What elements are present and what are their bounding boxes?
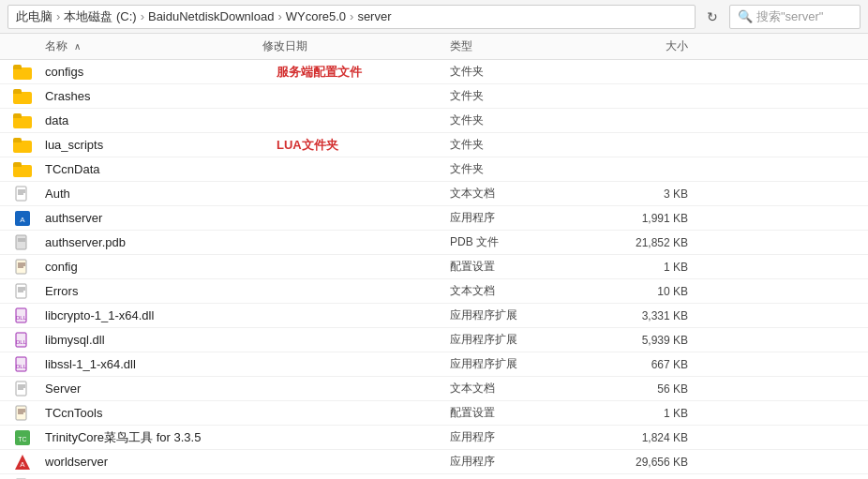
file-icon-cell: DLL: [0, 307, 45, 325]
file-icon-cell: [0, 282, 45, 301]
search-box[interactable]: 🔍 搜索"server": [729, 5, 861, 29]
file-icon-txt: [13, 185, 32, 203]
file-icon-cell: DLL: [0, 331, 45, 350]
file-icon-folder: [13, 63, 32, 82]
column-header: 名称 ∧ 修改日期 类型 大小: [0, 34, 868, 60]
table-row[interactable]: DLL libssl-1_1-x64.dll 应用程序扩展 667 KB: [0, 352, 868, 377]
table-row[interactable]: Errors 文本文档 10 KB: [0, 279, 868, 304]
file-icon-cell: [0, 160, 45, 179]
file-name: Errors: [45, 284, 262, 298]
file-icon-cell: [0, 87, 45, 106]
file-name: libcrypto-1_1-x64.dll: [45, 308, 262, 322]
svg-text:A: A: [20, 460, 25, 469]
annotation-label: LUA文件夹: [277, 137, 338, 154]
file-name: data: [45, 113, 262, 127]
file-size: 1 KB: [600, 261, 703, 274]
file-icon-cell: [0, 233, 45, 252]
file-type: 文件夹: [450, 161, 600, 177]
file-icon-exe-blue: A: [13, 209, 32, 228]
file-type: 文件夹: [450, 137, 600, 153]
table-row[interactable]: DLL libcrypto-1_1-x64.dll 应用程序扩展 3,331 K…: [0, 304, 868, 328]
file-icon-dll: DLL: [13, 331, 32, 350]
table-row[interactable]: config 配置设置 1 KB: [0, 255, 868, 279]
file-list-container: 名称 ∧ 修改日期 类型 大小 configs 文件夹 服务端配置文件: [0, 34, 868, 479]
file-icon-cell: [0, 63, 45, 82]
table-row[interactable]: Auth 文本文档 3 KB: [0, 182, 868, 206]
file-type: 文件夹: [450, 64, 600, 80]
file-name: TCcnTools: [45, 406, 262, 420]
refresh-button[interactable]: ↻: [699, 4, 726, 30]
table-row[interactable]: TCcnData 文件夹: [0, 157, 868, 182]
table-row[interactable]: A authserver 应用程序 1,991 KB: [0, 206, 868, 231]
file-icon-dll: DLL: [13, 307, 32, 325]
table-row[interactable]: configs 文件夹 服务端配置文件: [0, 60, 868, 84]
file-name: Crashes: [45, 89, 262, 103]
file-type: 文本文档: [450, 283, 600, 299]
file-icon-pdb: [13, 233, 32, 252]
table-row[interactable]: worldserver.pdb PDB 文件 237,364 KB: [0, 474, 868, 479]
file-icon-cell: [0, 112, 45, 130]
file-type: 应用程序扩展: [450, 332, 600, 348]
file-rows: configs 文件夹 服务端配置文件 Crashes 文件夹 d: [0, 60, 868, 479]
file-icon-txt: [13, 380, 32, 398]
table-row[interactable]: Crashes 文件夹: [0, 84, 868, 109]
table-row[interactable]: Server 文本文档 56 KB: [0, 377, 868, 401]
file-size: 29,656 KB: [600, 456, 703, 469]
file-icon-cell: [0, 185, 45, 203]
col-header-type[interactable]: 类型: [450, 38, 600, 54]
file-name: Auth: [45, 187, 262, 201]
breadcrumb-bar[interactable]: 此电脑 › 本地磁盘 (C:) › BaiduNetdiskDownload ›…: [7, 5, 696, 29]
table-row[interactable]: TC TrinityCore菜鸟工具 for 3.3.5 应用程序 1,824 …: [0, 426, 868, 450]
file-type: 文件夹: [450, 112, 600, 128]
breadcrumb-wy[interactable]: WYcore5.0: [286, 9, 346, 23]
sep-2: ›: [141, 9, 144, 23]
table-row[interactable]: lua_scripts 文件夹 LUA文件夹: [0, 133, 868, 157]
sep-1: ›: [56, 9, 60, 23]
svg-text:TC: TC: [18, 436, 26, 442]
file-name: configs: [45, 65, 262, 79]
file-icon-cell: DLL: [0, 355, 45, 374]
file-size: 56 KB: [600, 382, 703, 396]
file-icon-cell: [0, 258, 45, 277]
file-type: 文件夹: [450, 88, 600, 104]
svg-text:DLL: DLL: [16, 339, 27, 345]
col-header-date[interactable]: 修改日期: [262, 38, 450, 54]
table-row[interactable]: data 文件夹: [0, 109, 868, 133]
file-type: 应用程序: [450, 454, 600, 470]
file-size: 1,824 KB: [600, 431, 703, 444]
file-name: config: [45, 260, 262, 274]
table-row[interactable]: DLL libmysql.dll 应用程序扩展 5,939 KB: [0, 328, 868, 352]
breadcrumb-server[interactable]: server: [357, 9, 391, 23]
file-icon-cell: TC: [0, 428, 45, 447]
file-size: 21,852 KB: [600, 236, 703, 249]
file-type: 文本文档: [450, 381, 600, 397]
file-size: 3,331 KB: [600, 309, 703, 322]
file-icon-folder: [13, 136, 32, 155]
file-icon-cell: [0, 380, 45, 398]
file-type: 应用程序: [450, 210, 600, 226]
file-size: 667 KB: [600, 358, 703, 371]
file-size: 10 KB: [600, 285, 703, 298]
file-name: TrinityCore菜鸟工具 for 3.3.5: [45, 429, 262, 446]
file-icon-cell: [0, 404, 45, 423]
table-row[interactable]: TCcnTools 配置设置 1 KB: [0, 401, 868, 426]
table-row[interactable]: authserver.pdb PDB 文件 21,852 KB: [0, 231, 868, 255]
breadcrumb-pc[interactable]: 此电脑: [16, 8, 52, 25]
file-type: 应用程序: [450, 429, 600, 445]
file-icon-folder: [13, 160, 32, 179]
file-type: PDB 文件: [450, 234, 600, 250]
file-name: authserver.pdb: [45, 235, 262, 249]
col-header-size[interactable]: 大小: [600, 38, 703, 54]
file-size: 1,991 KB: [600, 212, 703, 225]
file-type: 应用程序扩展: [450, 307, 600, 323]
breadcrumb-baidu[interactable]: BaiduNetdiskDownload: [148, 9, 274, 23]
sort-arrow: ∧: [74, 41, 81, 52]
svg-text:DLL: DLL: [16, 315, 27, 321]
table-row[interactable]: A worldserver 应用程序 29,656 KB: [0, 450, 868, 474]
col-header-name[interactable]: 名称 ∧: [0, 38, 262, 54]
file-icon-cell: [0, 136, 45, 155]
file-icon-txt: [13, 282, 32, 301]
file-icon-config: [13, 258, 32, 277]
file-icon-cell: A: [0, 453, 45, 472]
breadcrumb-c[interactable]: 本地磁盘 (C:): [64, 8, 136, 25]
